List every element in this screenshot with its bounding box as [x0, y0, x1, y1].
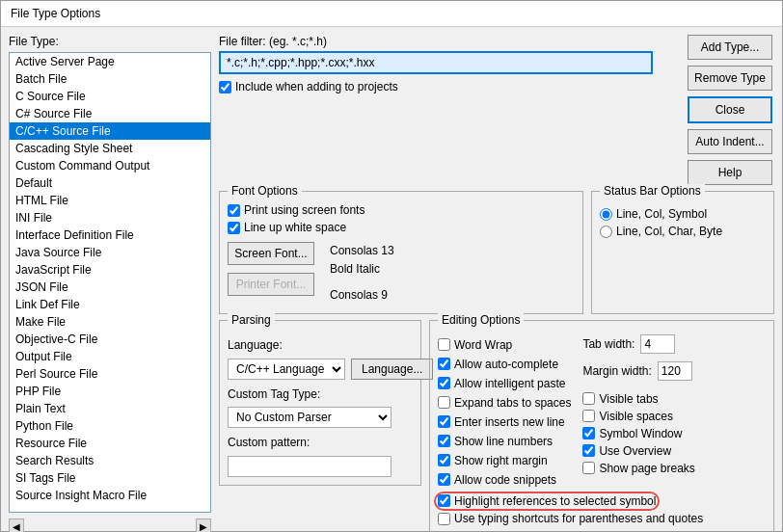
highlight-references-checkbox[interactable] [438, 494, 450, 507]
file-list-item[interactable]: HTML File [10, 192, 210, 209]
file-list-item[interactable]: Python File [10, 417, 210, 435]
editing-option-label: Expand tabs to spaces [454, 396, 571, 410]
editing-option2-row: Show page breaks [582, 462, 694, 475]
editing-option-checkbox[interactable] [438, 338, 450, 351]
tab-width-label: Tab width: [582, 337, 634, 351]
scroll-right-btn[interactable]: ▶ [196, 519, 211, 532]
editing-option-row: Enter inserts new line [438, 415, 571, 429]
file-list-item[interactable]: C/C++ Source File [10, 122, 210, 140]
filter-input[interactable] [219, 51, 653, 74]
printer-font-button[interactable]: Printer Font... [228, 273, 314, 296]
remove-type-button[interactable]: Remove Type [688, 66, 772, 91]
editing-option2-label: Symbol Window [599, 427, 682, 440]
editing-top-row: Word WrapAllow auto-completeAllow intell… [438, 334, 766, 487]
line-up-whitespace-checkbox[interactable] [228, 222, 240, 234]
editing-option-row: Word Wrap [438, 338, 571, 352]
editing-col2: Tab width: Margin width: Visible tabsVis… [582, 334, 694, 487]
file-list-item[interactable]: Java Source File [10, 244, 210, 261]
highlight-row-wrapper: Highlight references to selected symbol [438, 491, 656, 508]
radio-line-col-char-label: Line, Col, Char, Byte [616, 225, 722, 238]
highlight-references-label: Highlight references to selected symbol [454, 494, 656, 508]
language-select[interactable]: C/C++ Language Java C# [228, 359, 345, 380]
custom-pattern-input[interactable] [228, 456, 392, 477]
filter-row: File filter: (eg. *.c;*.h) [219, 35, 676, 74]
file-list-item[interactable]: JavaScript File [10, 261, 210, 279]
file-list-item[interactable]: PHP File [10, 383, 210, 400]
custom-tag-select[interactable]: No Custom Parser [228, 407, 392, 428]
editing-option-row: Show right margin [438, 454, 571, 467]
status-bar-group: Status Bar Options Line, Col, Symbol Lin… [591, 191, 774, 314]
file-list-item[interactable]: SI Tags File [10, 469, 210, 487]
editing-option2-checkbox[interactable] [582, 392, 595, 405]
line-up-whitespace-row: Line up white space [228, 221, 575, 234]
font-buttons-row: Screen Font... Printer Font... Consolas … [228, 242, 575, 306]
file-list-item[interactable]: Cascading Style Sheet [10, 140, 210, 157]
file-list-item[interactable]: Perl Source File [10, 365, 210, 383]
file-list-item[interactable]: Default [10, 174, 210, 192]
editing-option-checkbox[interactable] [438, 377, 450, 389]
file-list-item[interactable]: Resource File [10, 435, 210, 452]
editing-option-checkbox[interactable] [438, 415, 450, 428]
font-options-title: Font Options [228, 184, 302, 198]
margin-width-input[interactable] [658, 361, 692, 381]
file-list-item[interactable]: Link Def File [10, 296, 210, 313]
editing-option-row: Allow intelligent paste [438, 377, 571, 390]
tab-width-input[interactable] [640, 334, 675, 354]
file-list-item[interactable]: Make File [10, 313, 210, 331]
editing-option-label: Show right margin [454, 454, 548, 467]
parsing-content: Language: C/C++ Language Java C# Languag… [228, 336, 413, 478]
file-list-item[interactable]: Output File [10, 348, 210, 365]
radio-line-col-char-input[interactable] [600, 226, 612, 238]
status-bar-title: Status Bar Options [600, 184, 705, 198]
file-list-item[interactable]: Plain Text [10, 400, 210, 417]
include-checkbox[interactable] [219, 81, 231, 93]
include-label: Include when adding to projects [235, 80, 398, 93]
editing-option2-row: Visible tabs [582, 392, 694, 406]
screen-font-name: Consolas 13 [330, 242, 394, 260]
file-list-container[interactable]: Active Server PageBatch FileC Source Fil… [9, 52, 211, 513]
editing-option2-checkbox[interactable] [582, 444, 595, 457]
editing-option-checkbox[interactable] [438, 358, 450, 370]
file-list-item[interactable]: Objective-C File [10, 331, 210, 348]
editing-option-checkbox[interactable] [438, 454, 450, 466]
editing-options-title: Editing Options [438, 313, 524, 327]
scroll-left-btn[interactable]: ◀ [9, 519, 24, 532]
file-list-item[interactable]: C# Source File [10, 105, 210, 122]
radio-line-col-symbol-input[interactable] [600, 208, 612, 221]
file-list-item[interactable]: Active Server Page [10, 53, 210, 70]
file-list-item[interactable]: Search Results [10, 452, 210, 469]
file-type-label: File Type: [9, 35, 211, 48]
file-list-item[interactable]: Batch File [10, 70, 210, 88]
auto-indent-button[interactable]: Auto Indent... [688, 129, 772, 154]
print-screen-fonts-row: Print using screen fonts [228, 203, 575, 217]
typing-shortcuts-checkbox[interactable] [438, 513, 450, 525]
editing-option-checkbox[interactable] [438, 396, 450, 409]
file-list-item[interactable]: Source Insight Macro File [10, 487, 210, 504]
file-list-item[interactable]: Interface Definition File [10, 226, 210, 244]
editing-option-checkbox[interactable] [438, 473, 450, 486]
editing-options-content: Word WrapAllow auto-completeAllow intell… [438, 334, 766, 526]
file-list-item[interactable]: C Source File [10, 88, 210, 105]
scrollbar-row: ◀ ▶ [9, 519, 211, 532]
margin-width-label: Margin width: [582, 364, 651, 378]
editing-option-label: Enter inserts new line [454, 415, 565, 429]
editing-option2-checkbox[interactable] [582, 462, 595, 474]
add-type-button[interactable]: Add Type... [688, 35, 772, 60]
editing-option2-row: Symbol Window [582, 427, 694, 440]
language-button[interactable]: Language... [351, 359, 433, 380]
custom-tag-label: Custom Tag Type: [228, 386, 413, 404]
help-button[interactable]: Help [688, 160, 772, 185]
file-list-item[interactable]: Custom Command Output [10, 157, 210, 174]
screen-font-button[interactable]: Screen Font... [228, 242, 314, 265]
close-button[interactable]: Close [688, 96, 772, 123]
custom-tag-select-row: No Custom Parser [228, 407, 413, 428]
editing-option-checkbox[interactable] [438, 435, 450, 447]
typing-shortcuts-label: Use typing shortcuts for parentheses and… [454, 512, 703, 525]
print-screen-fonts-label: Print using screen fonts [244, 203, 364, 217]
file-list-item[interactable]: JSON File [10, 279, 210, 296]
print-screen-fonts-checkbox[interactable] [228, 204, 240, 217]
editing-option2-checkbox[interactable] [582, 410, 595, 422]
editing-option2-checkbox[interactable] [582, 427, 595, 439]
file-list-item[interactable]: INI File [10, 209, 210, 226]
custom-pattern-label: Custom pattern: [228, 434, 413, 452]
